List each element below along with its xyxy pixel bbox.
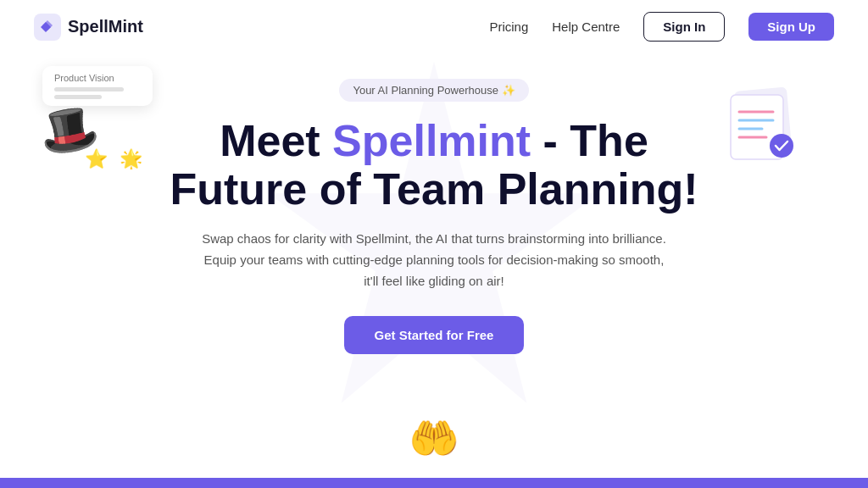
nav-links: Pricing Help Centre Sign In Sign Up xyxy=(489,12,834,42)
hero-subtext: Swap chaos for clarity with Spellmint, t… xyxy=(197,229,671,291)
bottom-bar xyxy=(0,478,868,488)
nav-pricing[interactable]: Pricing xyxy=(489,19,528,34)
svg-point-7 xyxy=(770,134,793,158)
logo-text: SpellMint xyxy=(68,17,143,36)
badge: Your AI Planning Powerhouse ✨ xyxy=(339,79,528,102)
document-icon xyxy=(724,85,800,169)
logo-icon xyxy=(34,14,61,41)
logo[interactable]: SpellMint xyxy=(34,14,143,41)
cta-button[interactable]: Get Started for Free xyxy=(344,316,525,354)
stars-decoration: ⭐ 🌟 xyxy=(85,148,146,170)
product-vision-card: Product Vision xyxy=(42,66,153,106)
hero-heading: Meet Spellmint - The Future of Team Plan… xyxy=(146,117,722,214)
card-line-1 xyxy=(54,87,124,92)
nav-help[interactable]: Help Centre xyxy=(552,19,620,34)
signup-button[interactable]: Sign Up xyxy=(748,13,834,41)
signin-button[interactable]: Sign In xyxy=(643,12,725,42)
card-line-2 xyxy=(54,95,102,99)
hands-icon: 🤲 xyxy=(409,415,459,463)
